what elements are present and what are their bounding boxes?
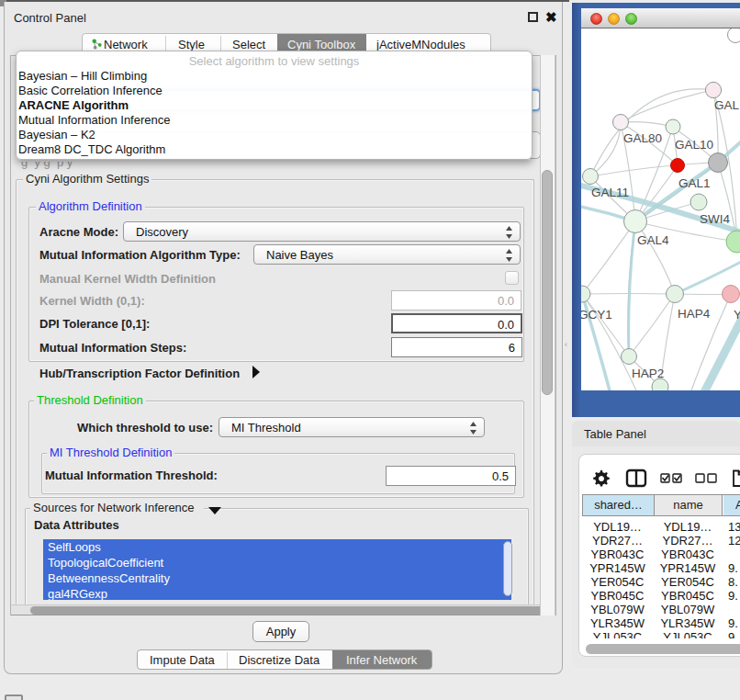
svg-text:GAL10: GAL10 — [675, 138, 713, 152]
svg-text:GCY1: GCY1 — [581, 308, 612, 322]
svg-text:SWI4: SWI4 — [700, 212, 730, 226]
svg-text:Y: Y — [734, 308, 740, 322]
svg-text:GAL80: GAL80 — [623, 131, 662, 145]
svg-text:HAP4: HAP4 — [678, 307, 711, 321]
svg-text:HAP2: HAP2 — [632, 367, 664, 380]
svg-text:GAL1: GAL1 — [678, 176, 711, 190]
svg-text:GAL11: GAL11 — [591, 186, 629, 199]
svg-text:GAL: GAL — [714, 98, 740, 112]
svg-text:GAL4: GAL4 — [637, 233, 669, 247]
